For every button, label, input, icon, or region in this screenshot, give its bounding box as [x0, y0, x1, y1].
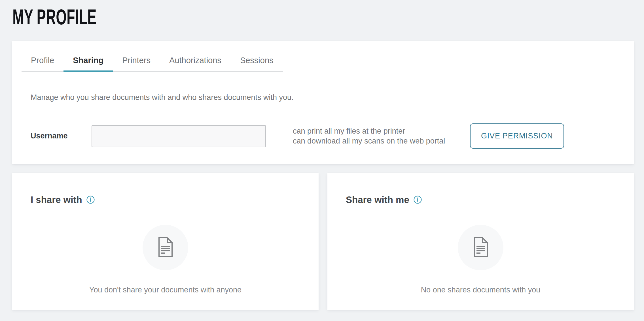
document-icon [473, 237, 488, 258]
sharing-cards: I share with [12, 173, 634, 310]
sharing-description: Manage who you share documents with and … [31, 93, 634, 102]
empty-state-circle [143, 225, 188, 270]
i-share-with-title: I share with [31, 195, 300, 204]
tab-sessions[interactable]: Sessions [231, 41, 283, 71]
permission-descriptions: can print all my files at the printer ca… [293, 126, 453, 146]
my-profile-page: MY PROFILE Profile Sharing Printers Auth… [0, 0, 644, 310]
username-input[interactable] [92, 125, 266, 147]
empty-state-circle [458, 225, 503, 270]
info-icon[interactable] [413, 195, 422, 204]
empty-state-message: You don't share your documents with anyo… [31, 286, 300, 294]
card-title-text: Share with me [346, 195, 409, 204]
share-with-me-title: Share with me [346, 195, 615, 204]
document-icon [158, 237, 173, 258]
card-title-text: I share with [31, 195, 82, 204]
sharing-panel: Profile Sharing Printers Authorizations … [12, 41, 634, 164]
empty-state: No one shares documents with you [346, 225, 615, 294]
permission-line-print: can print all my files at the printer [293, 126, 453, 136]
page-title: MY PROFILE [12, 6, 410, 28]
empty-state-message: No one shares documents with you [346, 286, 615, 294]
give-permission-form: Username can print all my files at the p… [31, 123, 634, 149]
username-label: Username [31, 132, 92, 140]
tab-sharing[interactable]: Sharing [63, 41, 113, 71]
tab-profile[interactable]: Profile [22, 41, 63, 71]
tab-list: Profile Sharing Printers Authorizations … [22, 41, 283, 72]
tab-bar: Profile Sharing Printers Authorizations … [12, 41, 634, 71]
share-with-me-card: Share with me [327, 173, 634, 310]
empty-state: You don't share your documents with anyo… [31, 225, 300, 294]
i-share-with-card: I share with [12, 173, 319, 310]
give-permission-button[interactable]: GIVE PERMISSION [470, 123, 564, 149]
permission-line-download: can download all my scans on the web por… [293, 136, 453, 146]
tab-printers[interactable]: Printers [113, 41, 160, 71]
tab-authorizations[interactable]: Authorizations [160, 41, 231, 71]
info-icon[interactable] [86, 195, 95, 204]
